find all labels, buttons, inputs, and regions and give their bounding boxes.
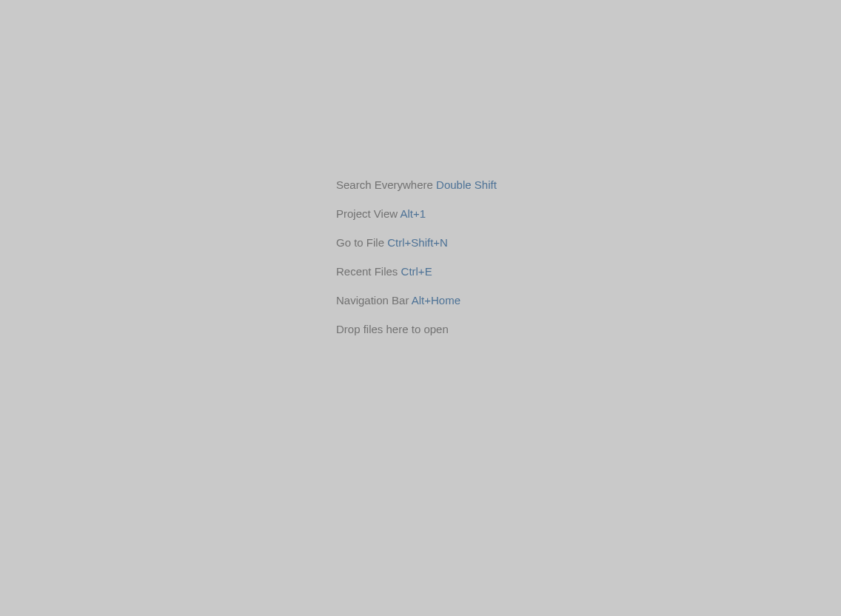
hint-shortcut: Ctrl+Shift+N <box>387 236 448 249</box>
hint-label: Search Everywhere <box>336 178 433 191</box>
hint-label: Project View <box>336 207 398 220</box>
hint-shortcut: Ctrl+E <box>401 265 432 278</box>
hint-navigation-bar: Navigation Bar Alt+Home <box>336 293 497 308</box>
hint-recent-files: Recent Files Ctrl+E <box>336 264 497 279</box>
hint-label: Navigation Bar <box>336 294 409 307</box>
hint-label: Go to File <box>336 236 384 249</box>
empty-editor-hints: Search Everywhere Double Shift Project V… <box>336 178 497 351</box>
hint-label: Recent Files <box>336 265 398 278</box>
hint-search-everywhere: Search Everywhere Double Shift <box>336 178 497 192</box>
hint-drop-files[interactable]: Drop files here to open <box>336 322 497 337</box>
hint-shortcut: Alt+Home <box>412 294 460 307</box>
hint-shortcut: Alt+1 <box>400 207 426 220</box>
hint-shortcut: Double Shift <box>436 178 497 191</box>
drop-files-label: Drop files here to open <box>336 323 449 335</box>
hint-project-view: Project View Alt+1 <box>336 207 497 221</box>
hint-go-to-file: Go to File Ctrl+Shift+N <box>336 235 497 250</box>
